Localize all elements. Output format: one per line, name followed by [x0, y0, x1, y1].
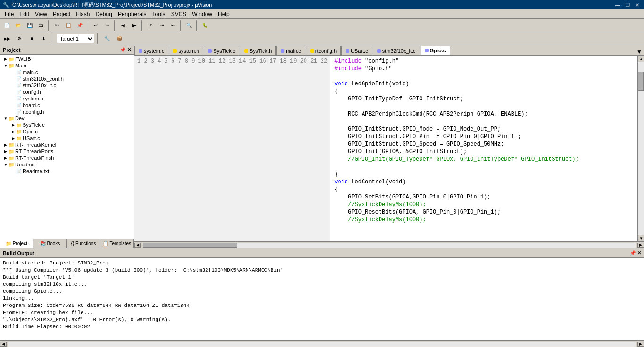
tree-item[interactable]: ▶📁Gpio.c — [0, 128, 134, 135]
tree-expander[interactable]: ▼ — [3, 63, 8, 68]
build-h-scrollbar[interactable]: ◀ ▶ — [0, 340, 644, 347]
build-scroll-left[interactable]: ◀ — [0, 342, 7, 347]
scroll-up-arrow[interactable]: ▲ — [638, 56, 644, 62]
options-btn[interactable]: 🔧 — [102, 33, 112, 44]
search-button[interactable]: 🔍 — [184, 20, 194, 31]
menu-item-file[interactable]: File — [2, 10, 17, 18]
open-button[interactable]: 📂 — [13, 20, 24, 31]
menu-item-window[interactable]: Window — [189, 10, 215, 18]
menu-item-tools[interactable]: Tools — [149, 10, 168, 18]
tree-item[interactable]: ▶📁RT-Thread/Kernel — [0, 141, 134, 148]
code-editor[interactable]: #include "config.h" #include "Gpio.h" vo… — [330, 56, 637, 241]
build-close-icon[interactable]: ✕ — [637, 250, 641, 256]
indent-button[interactable]: ⇥ — [157, 20, 167, 31]
menu-item-project[interactable]: Project — [50, 10, 73, 18]
project-tab-templates[interactable]: 📋 Templates — [100, 239, 134, 248]
editor-tab-system-h[interactable]: system.h — [169, 46, 203, 55]
editor-tab-SysTick-c[interactable]: SysTick.c — [204, 46, 239, 55]
build-btn[interactable]: ▶▶ — [2, 33, 12, 44]
tree-expander[interactable]: ▶ — [10, 135, 16, 141]
project-tab-functions[interactable]: {} Functions — [67, 239, 100, 248]
vertical-scrollbar[interactable]: ▲ ▼ — [637, 56, 644, 241]
project-tab-project[interactable]: 📁 Project — [0, 239, 33, 248]
tree-item[interactable]: ▶📁USart.c — [0, 135, 134, 141]
manage-btn[interactable]: 📦 — [114, 33, 124, 44]
tree-item[interactable]: 📄Readme.txt — [0, 168, 134, 174]
menu-item-debug[interactable]: Debug — [93, 10, 115, 18]
tree-item[interactable]: 📄stm32f10x_it.c — [0, 82, 134, 89]
save-button[interactable]: 💾 — [25, 20, 35, 31]
undo-button[interactable]: ↩ — [91, 20, 101, 31]
menu-item-svcs[interactable]: SVCS — [168, 10, 190, 18]
tree-item[interactable]: ▼📁Readme — [0, 161, 134, 168]
target-dropdown[interactable]: Target 1 — [57, 34, 94, 43]
title-bar-controls[interactable]: — ❐ ✕ — [613, 2, 641, 8]
editor-tab-USart-c[interactable]: USart.c — [341, 46, 372, 55]
new-button[interactable]: 📄 — [2, 20, 12, 31]
toolbar-main: 📄 📂 💾 🗃 ✂ 📋 📌 ↩ ↪ ◀ ▶ 🏳 ⇥ ⇤ 🔍 🐛 — [0, 19, 644, 32]
tree-item[interactable]: ▼📁Main — [0, 62, 134, 69]
tree-item[interactable]: 📄rtconfig.h — [0, 108, 134, 115]
tree-expander[interactable]: ▼ — [3, 162, 8, 167]
editor-tab-stm32f10x_it-c[interactable]: stm32f10x_it.c — [373, 46, 420, 55]
tree-item[interactable]: 📄system.c — [0, 95, 134, 102]
tree-item[interactable]: 📄config.h — [0, 89, 134, 95]
menu-item-view[interactable]: View — [32, 10, 50, 18]
close-button[interactable]: ✕ — [634, 2, 641, 8]
build-scroll-right[interactable]: ▶ — [637, 342, 644, 347]
scroll-left-arrow[interactable]: ◀ — [134, 243, 141, 248]
minimize-button[interactable]: — — [613, 2, 622, 8]
editor-tab-Gpio-c[interactable]: Gpio.c — [421, 46, 450, 55]
save-all-button[interactable]: 🗃 — [36, 20, 46, 31]
menu-item-edit[interactable]: Edit — [17, 10, 32, 18]
rebuild-btn[interactable]: ⚙ — [14, 33, 25, 44]
menu-item-help[interactable]: Help — [215, 10, 232, 18]
tree-item[interactable]: ▼📁Dev — [0, 115, 134, 122]
paste-button[interactable]: 📌 — [74, 20, 85, 31]
tree-item[interactable]: 📄board.c — [0, 102, 134, 108]
tree-expander[interactable]: ▶ — [3, 56, 8, 62]
tab-file-icon — [139, 49, 142, 53]
editor-tab-main-c[interactable]: main.c — [276, 46, 305, 55]
scroll-down-arrow[interactable]: ▼ — [638, 235, 644, 241]
tree-item[interactable]: 📄stm32f10x_conf.h — [0, 75, 134, 82]
project-close-icon[interactable]: ✕ — [127, 47, 131, 52]
tree-expander[interactable]: ▶ — [3, 149, 8, 154]
project-pin-icon[interactable]: 📌 — [120, 47, 125, 52]
build-pin-icon[interactable]: 📌 — [630, 250, 636, 256]
nav-back-button[interactable]: ◀ — [118, 20, 128, 31]
tree-expander[interactable]: ▶ — [3, 142, 8, 148]
tree-expander[interactable]: ▼ — [3, 116, 8, 121]
horizontal-scrollbar[interactable]: ◀ ▶ — [134, 241, 644, 248]
tree-expander[interactable]: ▶ — [3, 155, 8, 161]
tree-expander[interactable]: ▶ — [10, 129, 16, 134]
menu-item-flash[interactable]: Flash — [73, 10, 92, 18]
redo-button[interactable]: ↪ — [102, 20, 112, 31]
tab-scroll-right[interactable]: ▼ — [635, 49, 644, 55]
menu-bar: FileEditViewProjectFlashDebugPeripherals… — [0, 9, 644, 19]
editor-tab-rtconfig-h[interactable]: rtconfig.h — [306, 46, 341, 55]
nav-fwd-button[interactable]: ▶ — [129, 20, 140, 31]
maximize-button[interactable]: ❐ — [624, 2, 632, 8]
tree-item[interactable]: ▶📁RT-Thread/Ports — [0, 148, 134, 155]
tree-expander[interactable]: ▶ — [10, 122, 16, 128]
file-icon: 📄 — [16, 83, 22, 88]
tree-item[interactable]: ▶📁FWLIB — [0, 56, 134, 62]
tree-item[interactable]: 📄main.c — [0, 69, 134, 75]
scroll-thumb[interactable] — [638, 72, 644, 91]
copy-button[interactable]: 📋 — [63, 20, 74, 31]
scroll-right-arrow[interactable]: ▶ — [637, 243, 644, 248]
tree-item[interactable]: ▶📁SysTick.c — [0, 122, 134, 128]
stop-btn[interactable]: ⏹ — [26, 33, 37, 44]
menu-item-peripherals[interactable]: Peripherals — [115, 10, 149, 18]
cut-button[interactable]: ✂ — [52, 20, 62, 31]
download-btn[interactable]: ⬇ — [39, 33, 49, 44]
editor-tab-system-c[interactable]: system.c — [134, 46, 168, 55]
h-scrollbar-thumb[interactable] — [143, 243, 237, 248]
bookmark-button[interactable]: 🏳 — [145, 20, 156, 31]
debug-button[interactable]: 🐛 — [200, 20, 210, 31]
project-tab-books[interactable]: 📚 Books — [33, 239, 67, 248]
outdent-button[interactable]: ⇤ — [168, 20, 178, 31]
editor-tab-SysTick-h[interactable]: SysTick.h — [240, 46, 276, 55]
tree-item[interactable]: ▶📁RT-Thread/Finsh — [0, 155, 134, 161]
